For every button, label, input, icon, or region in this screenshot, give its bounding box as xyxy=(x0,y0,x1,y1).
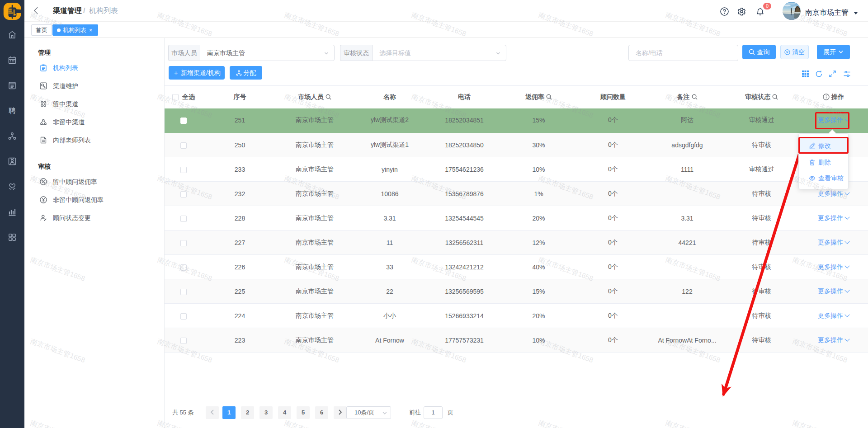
svg-text:聘: 聘 xyxy=(9,107,16,114)
